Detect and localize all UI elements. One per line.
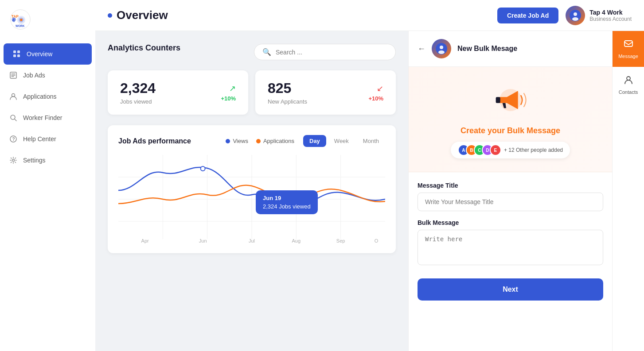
message-action-label: Message (618, 54, 638, 59)
chart-btn-month[interactable]: Month (357, 135, 385, 147)
svg-point-46 (627, 77, 630, 80)
svg-rect-9 (17, 50, 20, 53)
sidebar: TAP 4 WORK Overview (0, 0, 95, 351)
jobs-viewed-value: 2,324 (120, 80, 156, 96)
logo: TAP 4 WORK (9, 8, 32, 31)
jobs-viewed-change: +10% (221, 95, 236, 102)
jobs-viewed-label: Jobs viewed (120, 98, 156, 105)
sidebar-item-applications[interactable]: Applications (0, 86, 95, 107)
svg-rect-10 (13, 54, 16, 57)
message-action-icon (624, 39, 633, 51)
svg-text:Aug: Aug (292, 238, 301, 243)
job-ads-icon (9, 71, 18, 80)
message-title-label: Message Title (418, 182, 603, 189)
svg-point-21 (12, 159, 15, 162)
bulk-promo-title: Create your Bulk Message (461, 126, 560, 135)
message-action-button[interactable]: Message (613, 31, 644, 67)
svg-point-6 (12, 17, 16, 21)
applicants-label: New Applicants (268, 98, 307, 105)
tooltip-value: 2,324 Jobs viewed (263, 203, 311, 210)
next-button[interactable]: Next (418, 278, 603, 301)
svg-text:Sep: Sep (336, 238, 345, 243)
applicants-value: 825 (268, 80, 307, 96)
topbar: Overview Create Job Ad (95, 0, 644, 31)
contacts-action-icon (624, 75, 633, 87)
action-panel: Message Contacts (612, 31, 644, 351)
counter-right-1: ↗ +10% (221, 84, 236, 102)
main-wrapper: Overview Create Job Ad (95, 0, 644, 351)
page-title-wrap: Overview (108, 8, 168, 22)
megaphone-icon (488, 80, 533, 120)
svg-rect-44 (496, 97, 500, 103)
svg-rect-45 (624, 41, 632, 46)
applicants-change: +10% (368, 95, 383, 102)
sidebar-item-job-ads[interactable]: Job Ads (0, 65, 95, 86)
dashboard: Analytics Counters 🔍 2,324 Jobs viewed ↗ (95, 31, 408, 351)
applications-dot (256, 139, 261, 143)
chart-legend: Views Applications (226, 138, 294, 144)
sidebar-item-help-center[interactable]: ? Help Center (0, 128, 95, 150)
user-info: Tap 4 Work Business Account (566, 6, 632, 25)
back-button[interactable]: ← (418, 44, 425, 54)
content-area: Analytics Counters 🔍 2,324 Jobs viewed ↗ (95, 31, 644, 351)
user-name: Tap 4 Work (589, 9, 632, 16)
search-input[interactable] (276, 49, 387, 56)
sidebar-item-label: Help Center (23, 135, 56, 143)
mini-avatar-5: E (490, 144, 501, 156)
page-title: Overview (117, 8, 168, 22)
chart-btn-week[interactable]: Week (328, 135, 355, 147)
svg-point-41 (440, 46, 443, 49)
create-job-button[interactable]: Create Job Ad (497, 8, 558, 23)
panel-title: New Bulk Mesage (457, 45, 517, 53)
counter-card-jobs-viewed: 2,324 Jobs viewed ↗ +10% (108, 70, 248, 115)
sidebar-item-label: Overview (27, 50, 52, 58)
legend-applications: Applications (256, 138, 294, 144)
message-title-input[interactable] (418, 193, 603, 211)
panel-header: ← New Bulk Mesage (409, 31, 612, 67)
user-text: Tap 4 Work Business Account (589, 9, 632, 22)
sidebar-item-settings[interactable]: Settings (0, 150, 95, 171)
counter-card-applicants: 825 New Applicants ↙ +10% (255, 70, 396, 115)
analytics-row: Analytics Counters 🔍 (108, 43, 396, 61)
sidebar-item-worker-finder[interactable]: Worker Finder (0, 107, 95, 128)
counter-left-1: 2,324 Jobs viewed (120, 80, 156, 105)
svg-point-5 (20, 19, 23, 21)
avatar (566, 6, 585, 25)
logo-area: TAP 4 WORK (0, 0, 95, 39)
sidebar-item-label: Worker Finder (23, 114, 62, 121)
chart-btn-day[interactable]: Day (303, 135, 326, 147)
sidebar-nav: Overview Job Ads Application (0, 39, 95, 351)
topbar-right: Create Job Ad (497, 6, 632, 25)
help-center-icon: ? (9, 135, 18, 143)
svg-point-23 (574, 12, 577, 16)
search-icon: 🔍 (262, 48, 271, 56)
svg-rect-8 (13, 50, 16, 53)
sidebar-item-overview[interactable]: Overview (4, 43, 92, 65)
counter-right-2: ↙ +10% (368, 84, 383, 102)
bulk-message-label: Bulk Message (418, 219, 603, 226)
svg-point-24 (572, 17, 578, 21)
settings-icon (9, 156, 18, 165)
avatars-group: A B C D E + 12 Other people added (451, 142, 570, 158)
chart-title: Job Ads performance (118, 137, 191, 145)
search-bar[interactable]: 🔍 (254, 44, 396, 60)
chart-controls: Day Week Month (303, 135, 385, 147)
applications-label: Applications (263, 138, 294, 144)
user-role: Business Account (589, 16, 632, 22)
bulk-message-textarea[interactable] (418, 230, 603, 265)
svg-text:Apr: Apr (141, 238, 149, 243)
svg-point-33 (201, 166, 205, 171)
legend-views: Views (226, 138, 248, 144)
svg-text:?: ? (12, 137, 15, 142)
applications-icon (9, 92, 18, 101)
counters-row: 2,324 Jobs viewed ↗ +10% 825 New Applica… (108, 70, 396, 115)
views-dot (226, 139, 230, 143)
chart-section: Job Ads performance Views Applications (108, 125, 396, 253)
contacts-action-button[interactable]: Contacts (613, 67, 644, 103)
panel-form: Message Title Bulk Message Next (409, 172, 612, 310)
worker-finder-icon (9, 113, 18, 122)
svg-text:WORK: WORK (16, 24, 25, 27)
avatars-text: + 12 Other people added (504, 147, 563, 153)
chart-container: Jun 19 2,324 Jobs viewed (118, 155, 385, 243)
chart-svg: Apr Jun Jul Aug Sep O (118, 155, 385, 243)
